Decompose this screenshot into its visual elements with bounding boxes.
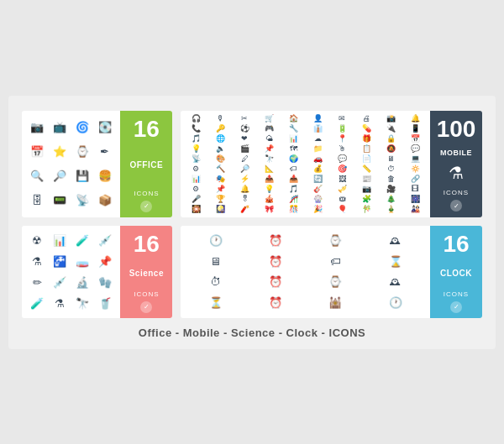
m66: 🔄 xyxy=(313,175,323,183)
science-title: Science xyxy=(129,269,164,278)
science-icon-15: 🔭 xyxy=(76,298,89,309)
clock-icon-7: 🏷 xyxy=(330,256,341,267)
science-icons-label: ICONS xyxy=(134,290,159,298)
m48: 📄 xyxy=(362,155,371,163)
office-icon-13: 🗄 xyxy=(32,195,43,206)
clock-icon-11: ⌚ xyxy=(328,276,342,287)
m68: 📰 xyxy=(362,175,371,183)
m99: 🎍 xyxy=(386,206,396,213)
m81: 🎤 xyxy=(192,196,201,203)
bottom-row: ☢ 📊 🧪 💉 ⚗ 🚰 🧫 📌 ✏ 💉 🔬 🧤 🧪 ⚗ 🔭 🥤 16 Sci xyxy=(22,226,482,318)
m67: 🖼 xyxy=(339,175,346,183)
m63: ⚡ xyxy=(240,175,249,183)
office-icon-7: ⌚ xyxy=(76,146,89,157)
science-icon-8: 📌 xyxy=(98,256,112,267)
m37: 🖱 xyxy=(339,145,346,153)
clock-icon-6: ⏰ xyxy=(269,256,282,267)
office-check: ✓ xyxy=(140,201,152,212)
m89: 🎄 xyxy=(386,196,396,203)
m71: ⚙ xyxy=(192,185,199,193)
m73: 🔔 xyxy=(240,185,249,193)
mobile-title: MOBILE xyxy=(440,149,472,157)
m88: 🧩 xyxy=(362,196,371,203)
m60: 🔅 xyxy=(411,165,420,173)
m36: 📁 xyxy=(313,145,323,153)
clock-check: ✓ xyxy=(450,301,462,313)
m57: 🎯 xyxy=(338,165,347,173)
office-number: 16 xyxy=(134,118,160,141)
m47: 💬 xyxy=(338,155,347,163)
clock-banner: 16 CLOCK ICONS ✓ xyxy=(430,226,482,318)
clock-icon-1: 🕐 xyxy=(209,235,223,246)
clock-icons-label: ICONS xyxy=(444,290,469,298)
m4: 🛒 xyxy=(265,115,274,123)
clock-icon-12: 🕰 xyxy=(390,276,401,287)
clock-icon-5: 🖥 xyxy=(210,256,221,267)
m39: 🔕 xyxy=(386,145,396,153)
clock-icon-9: ⏱ xyxy=(210,276,221,287)
m5: 🏠 xyxy=(289,115,298,123)
clock-icon-13: ⏳ xyxy=(209,297,223,308)
m91: 🎇 xyxy=(192,206,201,213)
science-banner: 16 Science ICONS ✓ xyxy=(120,226,172,318)
m78: 📷 xyxy=(362,185,371,193)
office-icon-14: 📟 xyxy=(53,195,66,206)
m16: 👔 xyxy=(313,125,323,133)
office-banner: 16 OFFICE ICONS ✓ xyxy=(120,111,172,217)
office-icon-6: ⭐ xyxy=(53,146,66,157)
m53: 🔎 xyxy=(240,165,249,173)
m2: 🎙 xyxy=(217,115,224,123)
m27: 📍 xyxy=(338,135,347,143)
m22: 🌐 xyxy=(216,135,225,143)
m56: 💰 xyxy=(313,165,323,173)
office-icon-1: 📷 xyxy=(30,122,44,133)
science-icon-6: 🚰 xyxy=(53,256,66,267)
m43: 🖊 xyxy=(241,155,249,163)
m28: 🎁 xyxy=(362,135,371,143)
science-panel: ☢ 📊 🧪 💉 ⚗ 🚰 🧫 📌 ✏ 💉 🔬 🧤 🧪 ⚗ 🔭 🥤 16 Sci xyxy=(22,226,172,318)
m74: 💡 xyxy=(265,185,274,193)
main-container: 📷 📺 🌀 💽 📅 ⭐ ⌚ ✒ 🔍 🔎 💾 🍔 🗄 📟 📡 📦 16 OF xyxy=(8,96,496,349)
clock-banner-bottom: ICONS ✓ xyxy=(444,290,469,313)
m9: 📸 xyxy=(386,115,396,123)
m19: 🔌 xyxy=(386,125,396,133)
m69: 🗑 xyxy=(387,175,395,183)
m87: 🎟 xyxy=(339,196,346,203)
m90: 🎆 xyxy=(411,196,420,203)
m93: 🧨 xyxy=(240,206,249,213)
m70: 🔗 xyxy=(411,175,420,183)
m92: 🎑 xyxy=(216,206,225,213)
m62: 🎭 xyxy=(216,175,225,183)
clock-title: CLOCK xyxy=(440,269,472,278)
clock-icon-3: ⌚ xyxy=(328,235,342,246)
mobile-number: 100 xyxy=(437,118,476,141)
m33: 🎬 xyxy=(240,145,249,153)
m58: 📏 xyxy=(362,165,371,173)
office-icon-5: 📅 xyxy=(30,146,44,157)
m80: 🎞 xyxy=(412,185,419,193)
m35: 🗺 xyxy=(290,145,297,153)
m14: 🎮 xyxy=(265,125,274,133)
office-icon-11: 💾 xyxy=(76,170,89,181)
clock-icon-4: 🕰 xyxy=(390,235,401,246)
science-icon-grid: ☢ 📊 🧪 💉 ⚗ 🚰 🧫 📌 ✏ 💉 🔬 🧤 🧪 ⚗ 🔭 🥤 xyxy=(22,226,120,318)
footer-text: Office - Mobile - Science - Clock - ICON… xyxy=(139,326,365,339)
clock-icon-grid: 🕐 ⏰ ⌚ 🕰 🖥 ⏰ 🏷 ⌛ ⏱ ⏰ ⌚ 🕰 ⏳ ⏰ 🕍 🕐 xyxy=(181,226,430,318)
m21: 🎵 xyxy=(192,135,201,143)
m30: 📅 xyxy=(411,135,420,143)
office-icons-label: ICONS xyxy=(134,190,159,197)
mobile-banner-bottom: ICONS ✓ xyxy=(444,189,469,212)
footer: Office - Mobile - Science - Clock - ICON… xyxy=(22,326,482,339)
m97: 🎈 xyxy=(338,206,347,213)
office-icon-10: 🔎 xyxy=(53,170,66,181)
m6: 👤 xyxy=(313,115,323,123)
m59: ⏱ xyxy=(387,165,395,173)
office-icon-15: 📡 xyxy=(76,195,89,206)
m29: 🔒 xyxy=(386,135,396,143)
m26: ☁ xyxy=(314,135,322,143)
m76: 🎸 xyxy=(313,185,323,193)
m23: ❤ xyxy=(241,135,248,143)
m50: 💻 xyxy=(411,155,420,163)
m52: 🔨 xyxy=(216,165,225,173)
m72: 📌 xyxy=(216,185,225,193)
